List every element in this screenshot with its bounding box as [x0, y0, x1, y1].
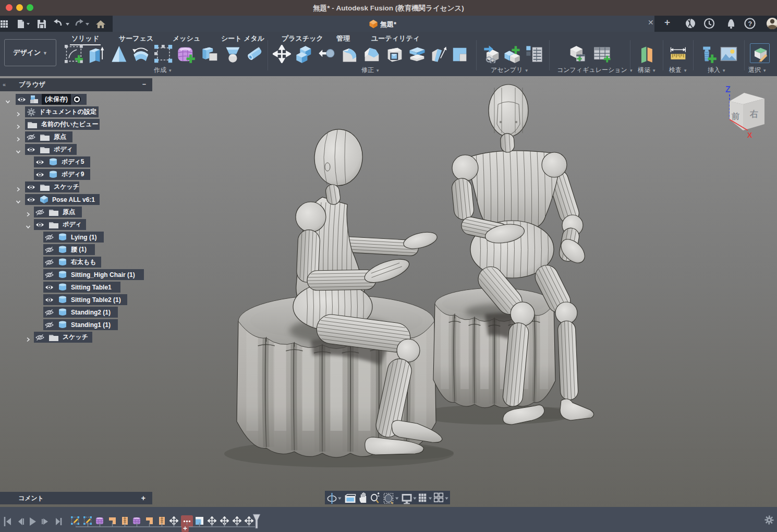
- svg-text:X: X: [747, 131, 752, 139]
- svg-text:右: 右: [749, 110, 758, 118]
- svg-text:Z: Z: [725, 85, 731, 94]
- svg-text:?: ?: [748, 20, 752, 28]
- svg-text:前: 前: [731, 112, 739, 120]
